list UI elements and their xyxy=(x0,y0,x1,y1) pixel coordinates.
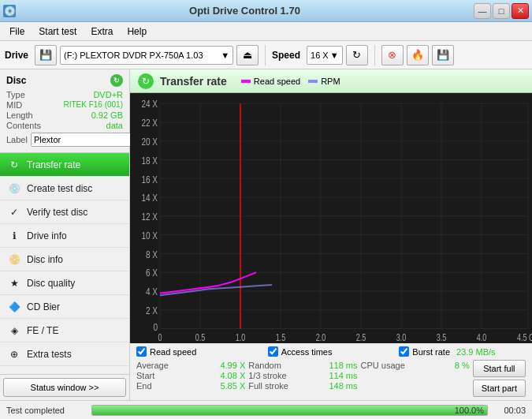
svg-text:16 X: 16 X xyxy=(141,173,158,185)
chart-area: ↻ Transfer rate Read speed RPM xyxy=(130,69,532,400)
app-title: Opti Drive Control 1.70 xyxy=(16,5,474,17)
legend-read-speed-label: Read speed xyxy=(254,77,300,86)
start-value: 4.08 X xyxy=(220,371,245,380)
close-button[interactable]: ✕ xyxy=(512,3,529,19)
app-icon: 💿 xyxy=(3,5,16,17)
svg-text:1.5: 1.5 xyxy=(276,332,286,343)
sidebar-item-create-test-disc[interactable]: 💿 Create test disc xyxy=(0,177,129,200)
end-row: End 5.85 X xyxy=(136,381,245,391)
speed-select[interactable]: 16 X ▼ xyxy=(307,46,343,65)
svg-text:18 X: 18 X xyxy=(141,154,158,166)
full-stroke-value: 148 ms xyxy=(329,381,357,391)
cpu-value: 8 % xyxy=(455,361,470,370)
burn-button[interactable]: 🔥 xyxy=(407,45,429,65)
checkbox-row: Read speed Access times Burst rate 23.9 … xyxy=(136,346,526,357)
burst-rate-checkbox[interactable] xyxy=(399,346,409,357)
average-label: Average xyxy=(136,361,169,370)
svg-text:4.5 GB: 4.5 GB xyxy=(517,332,532,343)
erase-button[interactable]: ⊗ xyxy=(381,45,404,65)
create-disc-icon: 💿 xyxy=(8,182,20,195)
eject-button[interactable]: ⏏ xyxy=(236,45,259,65)
minimize-button[interactable]: — xyxy=(474,3,491,19)
svg-text:22 X: 22 X xyxy=(141,117,158,129)
menu-start-test[interactable]: Start test xyxy=(32,24,83,39)
disc-refresh-icon[interactable]: ↻ xyxy=(110,74,123,87)
sidebar-item-label-transfer-rate: Transfer rate xyxy=(27,159,80,170)
type-value: DVD+R xyxy=(93,90,123,99)
svg-text:24 X: 24 X xyxy=(141,98,158,110)
chart-bottom: Read speed Access times Burst rate 23.9 … xyxy=(130,343,532,400)
full-stroke-label: Full stroke xyxy=(248,381,288,391)
start-full-button[interactable]: Start full xyxy=(473,360,526,377)
svg-rect-0 xyxy=(130,93,532,343)
menu-bar: File Start test Extra Help xyxy=(0,22,532,41)
refresh-button[interactable]: ↻ xyxy=(346,45,368,65)
third-stroke-value: 114 ms xyxy=(329,371,357,380)
svg-text:0: 0 xyxy=(158,332,162,343)
main-content: Disc ↻ Type DVD+R MID RITEK F16 (001) Le… xyxy=(0,69,532,400)
progress-percent: 100.0% xyxy=(455,406,484,415)
random-label: Random xyxy=(248,361,281,370)
access-times-checkbox[interactable] xyxy=(268,346,278,357)
sidebar-item-verify-test-disc[interactable]: ✓ Verify test disc xyxy=(0,200,129,224)
contents-row: Contents data xyxy=(6,121,123,130)
status-text: Test completed xyxy=(6,406,85,415)
sidebar-item-disc-quality[interactable]: ★ Disc quality xyxy=(0,271,129,295)
end-label: End xyxy=(136,381,152,391)
stats-col3: CPU usage 8 % xyxy=(361,360,470,397)
sidebar-item-extra-tests[interactable]: ⊕ Extra tests xyxy=(0,342,129,366)
menu-help[interactable]: Help xyxy=(121,24,153,39)
sidebar-item-fe-te[interactable]: ◈ FE / TE xyxy=(0,319,129,342)
stats-col2: Random 118 ms 1/3 stroke 114 ms Full str… xyxy=(248,360,357,397)
chart-svg: 24 X 22 X 20 X 18 X 16 X 14 X 12 X 10 X … xyxy=(130,93,532,343)
svg-text:10 X: 10 X xyxy=(141,230,158,241)
sidebar-item-drive-info[interactable]: ℹ Drive info xyxy=(0,224,129,248)
separator xyxy=(265,45,266,65)
label-label: Label xyxy=(6,135,28,144)
burst-rate-checkbox-label: Burst rate xyxy=(412,347,450,357)
sidebar: Disc ↻ Type DVD+R MID RITEK F16 (001) Le… xyxy=(0,69,130,400)
contents-value: data xyxy=(106,121,123,130)
mid-label: MID xyxy=(6,100,22,110)
disc-header-label: Disc xyxy=(6,75,26,86)
sidebar-item-label-verify: Verify test disc xyxy=(27,207,87,218)
legend-read-speed-color xyxy=(241,80,251,83)
speed-dropdown-icon: ▼ xyxy=(330,51,339,60)
contents-label: Contents xyxy=(6,121,41,130)
read-speed-checkbox[interactable] xyxy=(136,346,147,357)
burst-rate-value: 23.9 MB/s xyxy=(456,347,496,357)
start-part-button[interactable]: Start part xyxy=(473,380,526,397)
drive-icon-button[interactable]: 💾 xyxy=(35,45,57,65)
separator2 xyxy=(374,45,375,65)
sidebar-item-transfer-rate[interactable]: ↻ Transfer rate xyxy=(0,153,129,177)
action-buttons: Start full Start part xyxy=(473,360,526,397)
drive-info-icon: ℹ xyxy=(8,230,20,242)
average-value: 4.99 X xyxy=(220,361,245,370)
label-input[interactable] xyxy=(31,133,146,147)
svg-text:14 X: 14 X xyxy=(141,192,158,204)
drive-select[interactable]: (F:) PLEXTOR DVDR PX-750A 1.03 ▼ xyxy=(60,46,233,65)
verify-disc-icon: ✓ xyxy=(8,206,20,219)
sidebar-item-disc-info[interactable]: 📀 Disc info xyxy=(0,248,129,271)
sidebar-item-label-disc-info: Disc info xyxy=(27,254,63,265)
disc-header: Disc ↻ xyxy=(6,74,123,87)
sidebar-item-label-cd-bier: CD Bier xyxy=(27,301,60,312)
svg-text:4.0: 4.0 xyxy=(477,332,487,343)
full-stroke-row: Full stroke 148 ms xyxy=(248,381,357,391)
end-value: 5.85 X xyxy=(220,381,245,391)
disc-info-panel: Disc ↻ Type DVD+R MID RITEK F16 (001) Le… xyxy=(0,69,129,153)
sidebar-bottom: Status window >> xyxy=(0,374,129,400)
speed-label: Speed xyxy=(272,50,300,61)
sidebar-item-cd-bier[interactable]: 🔷 CD Bier xyxy=(0,295,129,319)
menu-extra[interactable]: Extra xyxy=(84,24,119,39)
svg-text:2 X: 2 X xyxy=(146,305,158,316)
svg-text:0: 0 xyxy=(153,321,158,333)
status-window-button[interactable]: Status window >> xyxy=(3,378,126,397)
disc-info-icon: 📀 xyxy=(8,253,20,266)
maximize-button[interactable]: □ xyxy=(493,3,510,19)
type-row: Type DVD+R xyxy=(6,90,123,99)
menu-file[interactable]: File xyxy=(3,24,31,39)
sidebar-menu: ↻ Transfer rate 💿 Create test disc ✓ Ver… xyxy=(0,153,129,374)
third-stroke-label: 1/3 stroke xyxy=(248,371,286,380)
save-button[interactable]: 💾 xyxy=(432,45,454,65)
